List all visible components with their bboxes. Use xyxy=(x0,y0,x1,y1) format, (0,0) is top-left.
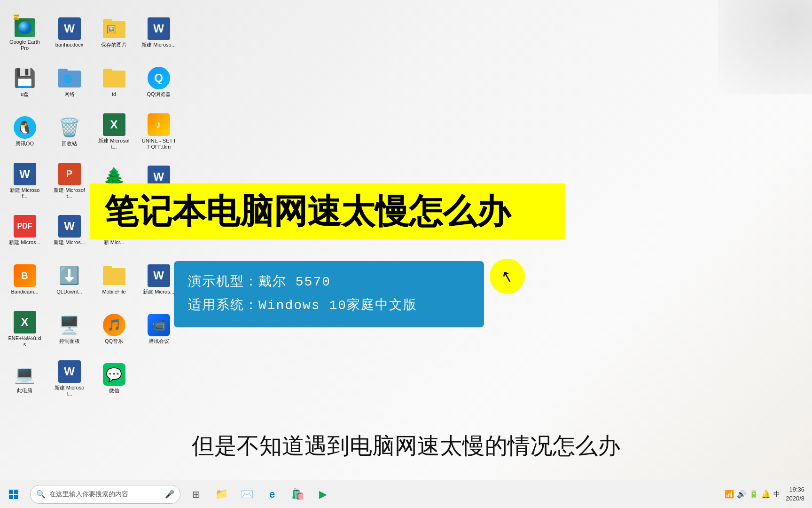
icon-mobile-file[interactable]: MobileFile xyxy=(94,256,134,303)
mail-button[interactable]: ✉️ xyxy=(235,483,258,506)
info-box: 演示机型：戴尔 5570 适用系统：Windows 10家庭中文版 xyxy=(174,261,484,327)
icon-tencent-meeting-label: 腾讯会议 xyxy=(148,338,169,344)
icon-network-label: 网络 xyxy=(64,91,75,97)
icon-control-panel-label: 控制面板 xyxy=(59,338,80,344)
icon-control-panel[interactable]: 🖥️ 控制面板 xyxy=(49,306,89,353)
icon-new-word7-label: 新建 Microsof... xyxy=(52,385,87,397)
icon-new-word2[interactable]: W 新建 Microsof... xyxy=(5,158,45,205)
edge-icon: e xyxy=(269,488,275,500)
start-button[interactable] xyxy=(2,483,25,506)
system-tray-icons: 📶 🔊 🔋 🔔 中 xyxy=(725,490,780,499)
network-tray-icon: 📶 xyxy=(725,490,734,499)
icon-recycle-bin-label: 回收站 xyxy=(62,141,77,147)
taskbar: 🔍 在这里输入你要搜索的内容 🎤 ⊞ 📁 ✉️ e 🛍️ ▶ xyxy=(0,480,812,508)
icon-u-disk-label: u盘 xyxy=(21,91,29,97)
icon-saved-images[interactable]: 🖼️ 保存的图片 xyxy=(94,9,134,56)
icon-saved-images-label: 保存的图片 xyxy=(101,42,127,48)
search-input-placeholder: 在这里输入你要搜索的内容 xyxy=(49,490,161,499)
icon-this-pc[interactable]: 💻 此电脑 xyxy=(5,355,45,402)
icon-bandicam-label: Bandicam... xyxy=(11,289,38,295)
icon-qq-music[interactable]: 🎵 QQ音乐 xyxy=(94,306,134,353)
icon-ene-xls-label: ENE÷½á½û.xls xyxy=(7,335,42,348)
icon-new-word5-label: 新 Micr... xyxy=(104,239,124,246)
icon-new-pdf[interactable]: PDF 新建 Micros... xyxy=(5,207,45,254)
icon-new-ppt[interactable]: P 新建 Microsoft... xyxy=(49,158,89,205)
icon-recycle-bin[interactable]: 🗑️ 回收站 xyxy=(49,108,89,155)
taskbar-right: 📶 🔊 🔋 🔔 中 19:36 2020/8 xyxy=(725,485,812,502)
taskview-icon: ⊞ xyxy=(192,489,200,500)
icon-new-word7[interactable]: W 新建 Microsof... xyxy=(49,355,89,402)
icon-new-word4-label: 新建 Micros... xyxy=(54,239,85,246)
mail-icon: ✉️ xyxy=(241,488,253,500)
chinese-input-indicator: 中 xyxy=(773,490,780,499)
icon-google-earth-pro-label: Google Earth Pro xyxy=(7,39,42,51)
info-line1: 演示机型：戴尔 5570 xyxy=(188,270,470,294)
icon-new-word6-label: 新建 Micros... xyxy=(143,289,174,295)
icon-wechat[interactable]: 💬 微信 xyxy=(94,355,134,402)
icon-qq-browser[interactable]: Q QQ浏览器 xyxy=(139,59,179,106)
microphone-icon: 🎤 xyxy=(165,490,174,499)
icon-this-pc-label: 此电脑 xyxy=(17,388,32,394)
info-line2: 适用系统：Windows 10家庭中文版 xyxy=(188,294,470,318)
icon-new-word4[interactable]: W 新建 Micros... xyxy=(49,207,89,254)
desktop-decoration xyxy=(718,0,812,94)
cursor-arrow-icon: ↖ xyxy=(499,266,516,287)
icon-wechat-label: 微信 xyxy=(109,388,119,394)
icon-google-earth-pro[interactable]: Pro Google Earth Pro xyxy=(5,9,45,56)
taskbar-left xyxy=(0,483,25,506)
taskbar-apps: ⊞ 📁 ✉️ e 🛍️ ▶ xyxy=(184,483,335,506)
play-icon: ▶ xyxy=(319,488,327,500)
desktop: Pro Google Earth Pro W banhui.docx 🖼️ xyxy=(0,0,812,508)
media-button[interactable]: ▶ xyxy=(311,483,335,506)
icon-td-label: td xyxy=(112,91,116,97)
file-explorer-button[interactable]: 📁 xyxy=(210,483,233,506)
icon-new-word6[interactable]: W 新建 Micros... xyxy=(139,256,179,303)
folder-icon: 📁 xyxy=(215,488,228,500)
battery-tray-icon: 🔋 xyxy=(749,490,758,499)
volume-tray-icon: 🔊 xyxy=(737,490,746,499)
icon-banhui-docx[interactable]: W banhui.docx xyxy=(49,9,89,56)
info-box-content: 演示机型：戴尔 5570 适用系统：Windows 10家庭中文版 xyxy=(188,270,470,318)
icon-mobile-file-label: MobileFile xyxy=(102,289,125,295)
title-banner: 笔记本电脑网速太慢怎么办 xyxy=(90,183,565,239)
cursor-highlight: ↖ xyxy=(490,259,525,294)
icon-network[interactable]: 🌐 网络 xyxy=(49,59,89,106)
icon-tencent-qq-label: 腾讯QQ xyxy=(16,141,34,147)
icon-tencent-meeting[interactable]: 📹 腾讯会议 xyxy=(139,306,179,353)
store-button[interactable]: 🛍️ xyxy=(286,483,309,506)
notification-icon: 🔔 xyxy=(761,490,771,499)
icon-banhui-docx-label: banhui.docx xyxy=(55,42,83,48)
search-icon: 🔍 xyxy=(36,490,46,499)
icon-new-excel-label: 新建 Microsoft... xyxy=(96,138,132,150)
subtitle-text: 但是不知道遇到电脑网速太慢的情况怎么办 xyxy=(0,431,812,461)
icon-bandicam[interactable]: B Bandicam... xyxy=(5,256,45,303)
icon-new-word2-label: 新建 Microsof... xyxy=(7,187,42,199)
icon-unine-set-label: UNINE - SET IT OFF.tkm xyxy=(141,138,176,150)
windows-logo-icon xyxy=(9,490,18,499)
store-icon: 🛍️ xyxy=(291,488,304,500)
icon-ene-xls[interactable]: X ENE÷½á½û.xls xyxy=(5,306,45,353)
icon-ql-download-label: QLDownl... xyxy=(56,289,82,295)
system-clock: 19:36 2020/8 xyxy=(786,485,804,502)
icon-new-pdf-label: 新建 Micros... xyxy=(9,239,40,246)
icon-new-excel[interactable]: X 新建 Microsoft... xyxy=(94,108,134,155)
icon-unine-set[interactable]: ♪ UNINE - SET IT OFF.tkm xyxy=(139,108,179,155)
icon-new-ppt-label: 新建 Microsoft... xyxy=(52,187,87,199)
icon-ql-download[interactable]: ⬇️ QLDownl... xyxy=(49,256,89,303)
taskbar-search-box[interactable]: 🔍 在这里输入你要搜索的内容 🎤 xyxy=(30,485,180,504)
clock-time: 19:36 xyxy=(786,485,804,494)
icon-td[interactable]: td xyxy=(94,59,134,106)
taskview-button[interactable]: ⊞ xyxy=(184,483,208,506)
icon-new-microsoftw-label: 新建 Microso... xyxy=(141,42,176,48)
icon-qq-music-label: QQ音乐 xyxy=(105,338,123,344)
icon-tencent-qq[interactable]: 🐧 腾讯QQ xyxy=(5,108,45,155)
icon-u-disk[interactable]: 💾 u盘 xyxy=(5,59,45,106)
banner-text: 笔记本电脑网速太慢怎么办 xyxy=(104,193,551,230)
icon-new-microsoftw[interactable]: W 新建 Microso... xyxy=(139,9,179,56)
clock-date: 2020/8 xyxy=(786,494,804,503)
edge-button[interactable]: e xyxy=(260,483,284,506)
icon-qq-browser-label: QQ浏览器 xyxy=(147,91,170,97)
